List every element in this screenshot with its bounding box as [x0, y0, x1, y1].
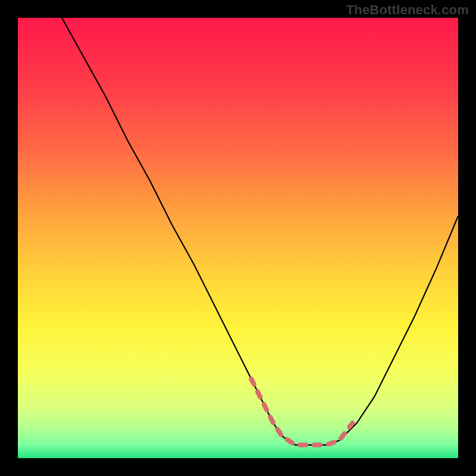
chart-frame: TheBottleneck.com	[0, 0, 476, 476]
plot-area	[18, 18, 458, 458]
bottleneck-plot	[18, 18, 458, 458]
heat-background	[18, 18, 458, 458]
watermark-text: TheBottleneck.com	[346, 2, 469, 18]
